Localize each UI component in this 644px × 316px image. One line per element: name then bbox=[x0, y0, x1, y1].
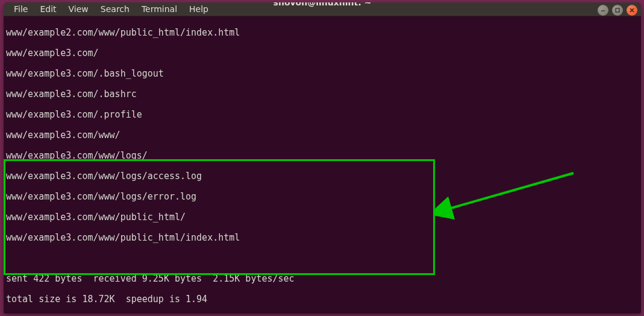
output-line: sent 422 bytes received 9.25K bytes 2.15… bbox=[6, 274, 639, 284]
menu-edit[interactable]: Edit bbox=[34, 2, 61, 16]
output-line: total size is 18.72K speedup is 1.94 bbox=[6, 294, 639, 305]
output-line: www/example3.com/www/public_html/index.h… bbox=[6, 233, 639, 243]
output-line: www/example3.com/.bash_logout bbox=[6, 69, 639, 79]
terminal-area[interactable]: www/example2.com/www/public_html/index.h… bbox=[4, 16, 641, 314]
window-controls bbox=[598, 5, 637, 16]
output-line: www/example3.com/.bashrc bbox=[6, 89, 639, 100]
menubar: File Edit View Search Terminal Help bbox=[4, 2, 641, 16]
output-line: www/example3.com/www/logs/error.log bbox=[6, 192, 639, 202]
svg-rect-1 bbox=[616, 8, 619, 12]
output-line: www/example3.com/www/public_html/ bbox=[6, 212, 639, 223]
menu-view[interactable]: View bbox=[63, 2, 94, 16]
maximize-button[interactable] bbox=[612, 5, 623, 16]
output-line: www/example3.com/www/ bbox=[6, 130, 639, 141]
output-line: www/example3.com/www/logs/ bbox=[6, 151, 639, 161]
menu-search[interactable]: Search bbox=[95, 2, 135, 16]
output-line: www/example3.com/.profile bbox=[6, 110, 639, 120]
menu-help[interactable]: Help bbox=[184, 2, 214, 16]
output-line: www/example3.com/ bbox=[6, 48, 639, 58]
menu-file[interactable]: File bbox=[8, 2, 33, 16]
output-line bbox=[6, 253, 639, 264]
menu-terminal[interactable]: Terminal bbox=[136, 2, 183, 16]
output-line: www/example3.com/www/logs/access.log bbox=[6, 171, 639, 182]
terminal-window: shovon@linuxhint: ~ File Edit View Searc… bbox=[4, 2, 641, 314]
output-line: www/example2.com/www/public_html/index.h… bbox=[6, 28, 639, 38]
close-button[interactable] bbox=[627, 5, 637, 16]
minimize-button[interactable] bbox=[598, 5, 608, 16]
